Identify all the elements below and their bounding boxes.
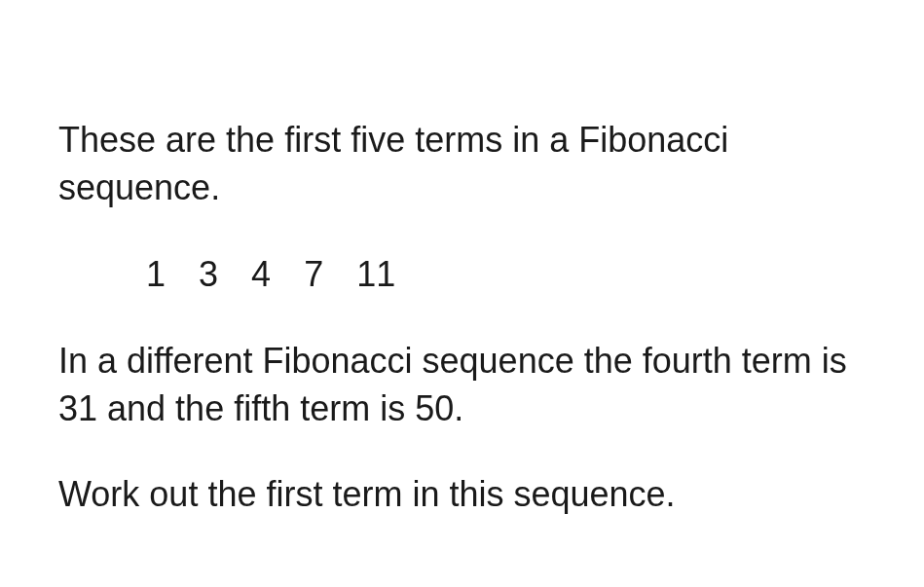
sequence-term: 11 bbox=[356, 254, 395, 295]
task-text: Work out the first term in this sequence… bbox=[58, 471, 866, 519]
sequence-term: 3 bbox=[199, 254, 218, 295]
fibonacci-sequence: 1 3 4 7 11 bbox=[58, 254, 866, 295]
sequence-term: 7 bbox=[304, 254, 323, 295]
sequence-term: 4 bbox=[251, 254, 271, 295]
intro-text: These are the first five terms in a Fibo… bbox=[58, 117, 866, 211]
condition-text: In a different Fibonacci sequence the fo… bbox=[58, 338, 866, 432]
question-body: These are the first five terms in a Fibo… bbox=[0, 0, 924, 558]
sequence-term: 1 bbox=[146, 254, 166, 295]
